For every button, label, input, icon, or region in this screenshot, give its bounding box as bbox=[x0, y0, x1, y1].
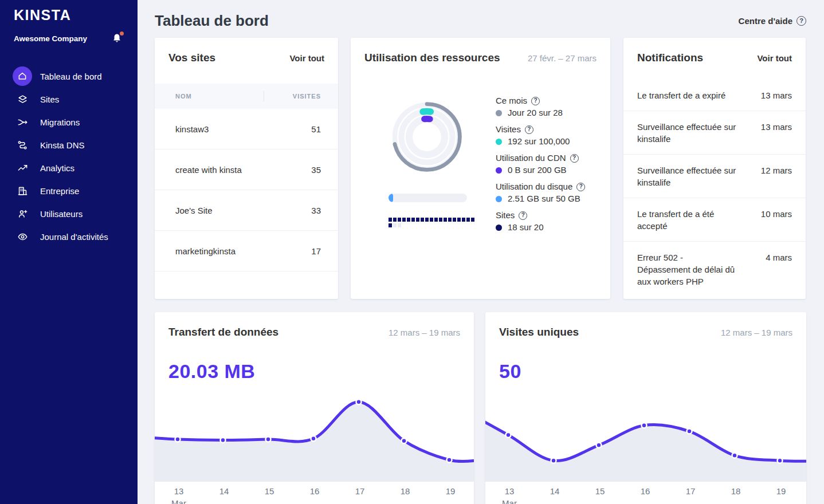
x-axis-label: 15 bbox=[595, 486, 605, 496]
sites-view-all-link[interactable]: Voir tout bbox=[289, 53, 324, 63]
sites-segment bbox=[398, 218, 401, 222]
dns-icon bbox=[13, 135, 32, 155]
x-axis-label: 19 bbox=[446, 486, 456, 496]
list-item[interactable]: Surveillance effectuée sur kinstalife 13… bbox=[623, 111, 806, 155]
help-center-link[interactable]: Centre d'aide ? bbox=[739, 16, 806, 26]
help-question-icon: ? bbox=[796, 16, 806, 26]
sites-segment bbox=[448, 218, 452, 222]
x-axis-label: 17 bbox=[686, 486, 696, 496]
site-name-cell: create with kinsta bbox=[155, 165, 264, 175]
resource-donut-chart bbox=[389, 99, 465, 175]
list-item[interactable]: Surveillance effectuée sur kinstalife 12… bbox=[623, 155, 806, 198]
notification-date: 4 mars bbox=[766, 251, 792, 288]
sites-segment bbox=[421, 218, 424, 222]
notification-date: 13 mars bbox=[761, 121, 792, 145]
sidebar-item-sites[interactable]: Sites bbox=[0, 88, 138, 111]
x-axis-label: 13 bbox=[174, 486, 184, 496]
data-transfer-date-range: 12 mars – 19 mars bbox=[389, 328, 460, 337]
sites-card-title: Vos sites bbox=[168, 52, 215, 64]
data-transfer-card: Transfert de données 12 mars – 19 mars 2… bbox=[155, 312, 474, 504]
kinsta-logo[interactable]: KINSTA bbox=[0, 0, 138, 23]
resource-legend: Ce mois? Jour 20 sur 28 Visites? 192 sur… bbox=[496, 95, 585, 238]
notifications-bell-icon[interactable] bbox=[111, 33, 123, 44]
legend-label: Ce mois bbox=[496, 95, 527, 107]
data-point-dot bbox=[175, 437, 181, 442]
disk-usage-bar-fill bbox=[389, 194, 393, 202]
data-point-dot bbox=[506, 432, 511, 438]
data-transfer-header: Transfert de données 12 mars – 19 mars bbox=[155, 312, 474, 338]
main-content: Tableau de bord Centre d'aide ? Vos site… bbox=[138, 0, 824, 504]
company-name[interactable]: Awesome Company bbox=[14, 34, 87, 43]
unique-visits-total: 50 bbox=[499, 360, 806, 383]
notification-text: Le transfert de a été accepté bbox=[637, 208, 738, 232]
sites-segment bbox=[457, 218, 461, 222]
list-item[interactable]: Erreur 502 - Dépassement de délai dû aux… bbox=[623, 242, 806, 297]
sidebar-item-entreprise[interactable]: Entreprise bbox=[0, 179, 138, 202]
chart-area bbox=[485, 410, 806, 481]
data-point-dot bbox=[597, 443, 602, 448]
data-point-dot bbox=[402, 438, 407, 443]
sidebar-item-tableau-de-bord[interactable]: Tableau de bord bbox=[0, 65, 138, 88]
sites-table-header: NOM VISITES bbox=[155, 84, 338, 109]
help-center-label: Centre d'aide bbox=[739, 16, 792, 26]
data-point-dot bbox=[311, 436, 316, 441]
data-point-dot bbox=[732, 453, 737, 458]
legend-dot bbox=[496, 167, 502, 174]
x-axis-label: 17 bbox=[355, 486, 365, 496]
table-row[interactable]: Joe's Site 33 bbox=[155, 190, 338, 231]
donut-hole bbox=[413, 123, 441, 151]
sites-segment bbox=[393, 223, 397, 227]
data-point-dot bbox=[687, 429, 692, 434]
notifications-view-all-link[interactable]: Voir tout bbox=[757, 53, 792, 63]
unique-visits-header: Visites uniques 12 mars – 19 mars bbox=[485, 312, 806, 338]
sidebar-item-label: Analytics bbox=[40, 163, 74, 173]
sidebar-item-journal-activites[interactable]: Journal d'activités bbox=[0, 225, 138, 248]
notification-date: 12 mars bbox=[761, 164, 792, 188]
page-title: Tableau de bord bbox=[155, 12, 269, 30]
data-point-dot bbox=[551, 458, 556, 463]
sidebar-item-kinsta-dns[interactable]: Kinsta DNS bbox=[0, 133, 138, 156]
help-question-icon[interactable]: ? bbox=[519, 211, 527, 220]
site-visits-cell: 35 bbox=[264, 165, 338, 175]
page-header: Tableau de bord Centre d'aide ? bbox=[155, 0, 806, 38]
help-question-icon[interactable]: ? bbox=[570, 154, 579, 163]
legend-item-sites: Sites? 18 sur 20 bbox=[496, 210, 585, 234]
notification-text: Le transfert de a expiré bbox=[637, 89, 738, 101]
sites-segment bbox=[402, 218, 406, 222]
sidebar-item-utilisateurs[interactable]: Utilisateurs bbox=[0, 202, 138, 225]
list-item[interactable]: Le transfert de a été accepté 10 mars bbox=[623, 198, 806, 242]
sidebar-item-analytics[interactable]: Analytics bbox=[0, 156, 138, 179]
notifications-card-title: Notifications bbox=[637, 52, 703, 64]
help-question-icon[interactable]: ? bbox=[576, 183, 585, 191]
site-visits-cell: 33 bbox=[264, 206, 338, 215]
legend-item-disque: Utilisation du disque? 2.51 GB sur 50 GB bbox=[496, 181, 585, 205]
notification-date: 13 mars bbox=[761, 89, 792, 101]
sites-segment bbox=[389, 218, 392, 222]
table-row[interactable]: create with kinsta 35 bbox=[155, 149, 338, 190]
table-row[interactable]: marketingkinsta 17 bbox=[155, 231, 338, 271]
table-row[interactable]: kinstaw3 51 bbox=[155, 109, 338, 149]
sites-segment bbox=[453, 218, 456, 222]
sidebar-item-label: Tableau de bord bbox=[40, 72, 102, 81]
sites-segment bbox=[439, 218, 442, 222]
help-question-icon[interactable]: ? bbox=[525, 125, 533, 134]
legend-label: Utilisation du CDN bbox=[496, 152, 566, 164]
data-transfer-title: Transfert de données bbox=[168, 326, 278, 338]
legend-dot bbox=[496, 139, 502, 145]
company-row: Awesome Company bbox=[0, 23, 138, 44]
site-name-cell: Joe's Site bbox=[155, 206, 264, 215]
bell-unread-badge bbox=[120, 32, 124, 36]
x-axis-label: 18 bbox=[731, 486, 741, 496]
sites-segment bbox=[466, 218, 470, 222]
resource-card-header: Utilisation des ressources 27 févr. – 27… bbox=[351, 38, 610, 64]
list-item[interactable]: Le transfert de a expiré 13 mars bbox=[623, 80, 806, 111]
legend-value: 2.51 GB sur 50 GB bbox=[508, 192, 580, 205]
sites-card-header: Vos sites Voir tout bbox=[155, 38, 338, 64]
dashboard-icon bbox=[13, 66, 32, 86]
legend-value: Jour 20 sur 28 bbox=[508, 107, 563, 119]
x-axis-label: 19 bbox=[776, 486, 786, 496]
notification-text: Surveillance effectuée sur kinstalife bbox=[637, 164, 738, 188]
help-question-icon[interactable]: ? bbox=[531, 97, 540, 105]
sidebar-item-migrations[interactable]: Migrations bbox=[0, 111, 138, 133]
site-name-cell: kinstaw3 bbox=[155, 124, 264, 134]
